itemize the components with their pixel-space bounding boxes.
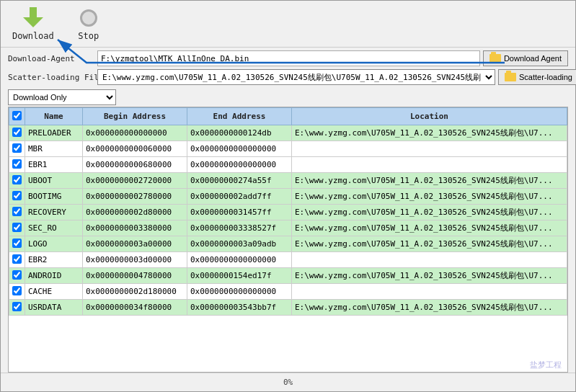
svg-marker-1 [23,17,43,27]
row-checkbox-cell [9,284,25,300]
folder-icon [489,54,501,63]
row-checkbox[interactable] [12,175,22,184]
table-body: PRELOADER0x0000000000000000x000000000012… [9,125,567,316]
scatter-btn-label: Scatter-loading [519,73,572,81]
row-name: USRDATA [25,300,83,316]
row-location [292,284,567,300]
col-location-header: Location [292,108,567,125]
table-row: SEC_RO0x00000000033800000x00000000333852… [9,220,567,236]
row-location [292,157,567,173]
svg-rect-0 [30,7,37,19]
row-location: E:\www.yzmg.com\U705W_11_A.02_130526_SVN… [292,268,567,284]
download-agent-row: Download-Agent Download Agent [8,50,568,66]
row-checkbox[interactable] [12,254,22,264]
row-checkbox-cell [9,236,25,252]
row-checkbox[interactable] [12,191,22,200]
scatter-folder-icon [505,73,516,81]
row-name: UBOOT [25,173,83,189]
table-row: RECOVERY0x0000000002d800000x000000003145… [9,205,567,220]
row-checkbox-cell [9,252,25,268]
progress-text: 0% [283,378,293,387]
row-location: E:\www.yzmg.com\U705W_11_A.02_130526_SVN… [292,220,567,236]
table-row: USRDATA0x0000000034f800000x000000003543b… [9,300,567,316]
row-name: MBR [25,141,83,157]
partition-table-container: Name Begin Address End Address Location … [8,107,568,373]
row-begin-address: 0x0000000002d180000 [83,284,187,300]
row-begin-address: 0x0000000003380000 [83,220,187,236]
row-location: E:\www.yzmg.com\U705W_11_A.02_130526_SVN… [292,125,567,141]
row-end-address: 0x0000000000000000 [187,141,292,157]
row-begin-address: 0x0000000000060000 [83,141,187,157]
table-row: BOOTIMG0x00000000027800000x000000002add7… [9,189,567,205]
scatter-label: Scatter-loading Fil [8,73,94,82]
row-checkbox-cell [9,125,25,141]
row-checkbox[interactable] [12,128,22,137]
row-location: E:\www.yzmg.com\U705W_11_A.02_130526_SVN… [292,189,567,205]
row-name: CACHE [25,284,83,300]
download-label: Download [12,31,54,41]
download-only-select[interactable]: Download Only Format All + Download Firm… [8,89,116,105]
stop-button[interactable]: Stop [73,5,105,43]
table-row: PRELOADER0x0000000000000000x000000000012… [9,125,567,141]
row-checkbox[interactable] [12,302,22,311]
row-location [292,141,567,157]
row-name: LOGO [25,236,83,252]
download-agent-btn-label: Download Agent [504,54,562,63]
row-checkbox[interactable] [12,143,22,153]
row-checkbox[interactable] [12,159,22,169]
table-row: ANDROID0x00000000047800000x0000000154ed1… [9,268,567,284]
row-checkbox[interactable] [12,223,22,232]
row-begin-address: 0x0000000002780000 [83,189,187,205]
row-begin-address: 0x0000000003d00000 [83,252,187,268]
table-row: UBOOT0x00000000027200000x00000000274a55f… [9,173,567,189]
col-end-header: End Address [187,108,292,125]
row-location: E:\www.yzmg.com\U705W_11_A.02_130526_SVN… [292,173,567,189]
scatter-loading-button[interactable]: Scatter-loading [498,69,576,85]
row-checkbox[interactable] [12,270,22,280]
status-bar: 0% [1,373,575,391]
row-checkbox[interactable] [12,286,22,295]
download-icon [22,6,45,30]
row-checkbox-cell [9,141,25,157]
row-checkbox-cell [9,205,25,220]
row-begin-address: 0x0000000002720000 [83,173,187,189]
row-end-address: 0x0000000000124db [187,125,292,141]
row-checkbox-cell [9,173,25,189]
row-end-address: 0x0000000000000000 [187,284,292,300]
row-end-address: 0x0000000031457ff [187,205,292,220]
row-checkbox-cell [9,157,25,173]
row-begin-address: 0x0000000002d80000 [83,205,187,220]
row-begin-address: 0x0000000000680000 [83,157,187,173]
partition-table: Name Begin Address End Address Location … [9,107,567,316]
download-agent-label: Download-Agent [8,54,94,63]
scatter-select[interactable]: E:\www.yzmg.com\U705W_11_A.02_130526_SVN… [97,69,495,85]
scatter-loading-row: Scatter-loading Fil E:\www.yzmg.com\U705… [8,69,568,85]
row-end-address: 0x000000002add7ff [187,189,292,205]
row-checkbox[interactable] [12,207,22,216]
toolbar: Download Stop [1,1,575,48]
row-name: ANDROID [25,268,83,284]
row-name: RECOVERY [25,205,83,220]
download-agent-button[interactable]: Download Agent [483,50,568,66]
row-begin-address: 0x0000000004780000 [83,268,187,284]
row-end-address: 0x0000000000000000 [187,157,292,173]
row-checkbox-cell [9,220,25,236]
row-location: E:\www.yzmg.com\U705W_11_A.02_130526_SVN… [292,205,567,220]
download-agent-input[interactable] [97,50,480,66]
row-location: E:\www.yzmg.com\U705W_11_A.02_130526_SVN… [292,300,567,316]
col-begin-header: Begin Address [83,108,187,125]
table-row: LOGO0x0000000003a000000x0000000003a09adb… [9,236,567,252]
row-end-address: 0x000000003543bb7f [187,300,292,316]
table-row: MBR0x00000000000600000x0000000000000000 [9,141,567,157]
row-end-address: 0x00000000274a55f [187,173,292,189]
table-row: CACHE0x0000000002d1800000x00000000000000… [9,284,567,300]
row-location: E:\www.yzmg.com\U705W_11_A.02_130526_SVN… [292,236,567,252]
select-all-checkbox[interactable] [12,111,22,120]
stop-label: Stop [78,31,99,41]
download-button[interactable]: Download [8,5,58,43]
row-name: EBR1 [25,157,83,173]
row-checkbox-cell [9,300,25,316]
row-name: BOOTIMG [25,189,83,205]
table-row: EBR10x00000000006800000x0000000000000000 [9,157,567,173]
row-checkbox[interactable] [12,239,22,248]
